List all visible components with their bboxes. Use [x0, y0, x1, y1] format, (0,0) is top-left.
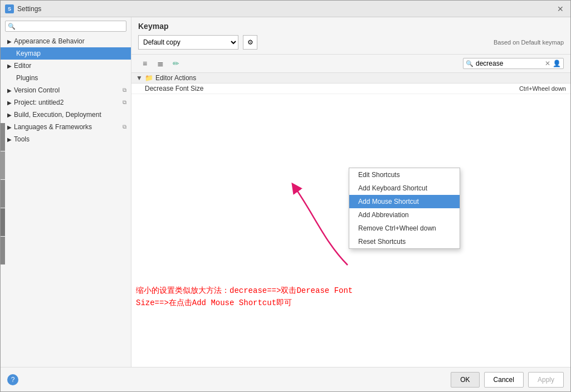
gear-icon: ⚙: [247, 38, 253, 46]
sidebar-item-label: Keymap: [16, 50, 41, 57]
sidebar: 🔍 ▶ Appearance & Behavior Keymap ▶ Edito…: [1, 17, 131, 367]
copy-icon: ⧉: [123, 87, 126, 94]
table-group-row: ▼ 📁 Editor Actions: [131, 73, 570, 84]
title-bar: S Settings ✕: [1, 1, 570, 17]
search-input[interactable]: [476, 60, 543, 67]
search-icon: 🔍: [8, 23, 16, 30]
sidebar-item-plugins[interactable]: Plugins: [1, 72, 131, 84]
sidebar-search-input[interactable]: [16, 22, 124, 30]
context-menu-item-add-mouse-shortcut[interactable]: Add Mouse Shortcut: [349, 195, 460, 208]
sidebar-item-label: Build, Execution, Deployment: [14, 111, 101, 119]
sidebar-item-project[interactable]: ▶ Project: untitled2 ⧉: [1, 96, 131, 109]
shortcut-badge: Ctrl+Wheel down: [519, 85, 566, 92]
collapse-all-button[interactable]: ≣: [154, 57, 167, 70]
collapse-all-icon: ≣: [157, 59, 164, 68]
keymap-toolbar: Default copy ⚙ Based on Default keymap: [138, 35, 564, 50]
search-icon: 🔍: [466, 60, 474, 67]
search-options-icon[interactable]: 👤: [553, 60, 561, 67]
close-button[interactable]: ✕: [555, 3, 566, 14]
gear-button[interactable]: ⚙: [243, 35, 257, 50]
clear-search-button[interactable]: ✕: [545, 60, 550, 67]
ok-label: OK: [460, 376, 470, 384]
app-icon: S: [5, 4, 14, 13]
left-tabs: [1, 123, 5, 264]
sidebar-item-label: Project: untitled2: [14, 99, 64, 106]
sidebar-item-appearance-behavior[interactable]: ▶ Appearance & Behavior: [1, 35, 131, 47]
left-tab: [1, 180, 5, 208]
context-menu-item-reset-shortcuts[interactable]: Reset Shortcuts: [349, 235, 460, 248]
help-button[interactable]: ?: [7, 374, 18, 385]
action-toolbar: ≡ ≣ ✏ 🔍 ✕ 👤: [131, 55, 570, 73]
edit-button[interactable]: ✏: [169, 57, 183, 70]
main-panel: Keymap Default copy ⚙ Based on Default k…: [131, 17, 570, 367]
question-mark-icon: ?: [11, 376, 15, 384]
cancel-button[interactable]: Cancel: [484, 372, 524, 388]
context-menu-item-add-keyboard-shortcut[interactable]: Add Keyboard Shortcut: [349, 182, 460, 195]
context-menu-item-edit-shortcuts[interactable]: Edit Shortcuts: [349, 168, 460, 182]
copy-icon: ⧉: [123, 99, 126, 106]
sidebar-item-label: Languages & Frameworks: [14, 123, 92, 131]
main-content: 🔍 ▶ Appearance & Behavior Keymap ▶ Edito…: [1, 17, 570, 367]
chevron-right-icon: ▶: [7, 112, 12, 118]
left-tab: [1, 208, 5, 236]
bottom-bar: ? OK Cancel Apply: [1, 367, 570, 391]
context-menu-item-remove-shortcut[interactable]: Remove Ctrl+Wheel down: [349, 222, 460, 235]
keymap-dropdown[interactable]: Default copy: [138, 35, 238, 50]
sidebar-item-keymap[interactable]: Keymap: [1, 47, 131, 60]
sidebar-item-label: Appearance & Behavior: [14, 37, 85, 45]
collapse-icon: ▼: [136, 74, 143, 82]
sidebar-item-version-control[interactable]: ▶ Version Control ⧉: [1, 84, 131, 96]
chevron-right-icon: ▶: [7, 124, 12, 130]
apply-label: Apply: [538, 376, 554, 384]
settings-window: S Settings ✕ 🔍 ▶ Appearance & Behavior K…: [0, 0, 571, 392]
menu-item-label: Reset Shortcuts: [358, 238, 406, 246]
sidebar-item-editor[interactable]: ▶ Editor: [1, 60, 131, 72]
left-tab: [1, 237, 5, 264]
pencil-icon: ✏: [173, 59, 179, 68]
group-label: Editor Actions: [155, 74, 196, 82]
chevron-right-icon: ▶: [7, 87, 12, 94]
action-name: Decrease Font Size: [145, 85, 519, 92]
sidebar-item-tools[interactable]: ▶ Tools: [1, 133, 131, 145]
menu-item-label: Edit Shortcuts: [358, 171, 400, 179]
annotation-arrow: [270, 159, 359, 271]
sidebar-item-label: Version Control: [14, 86, 60, 94]
expand-all-icon: ≡: [143, 59, 147, 68]
table-row[interactable]: Decrease Font Size Ctrl+Wheel down: [131, 84, 570, 94]
keymap-header: Keymap Default copy ⚙ Based on Default k…: [131, 17, 570, 55]
ok-button[interactable]: OK: [451, 372, 479, 388]
chevron-right-icon: ▶: [7, 136, 12, 143]
menu-item-label: Add Mouse Shortcut: [358, 198, 419, 205]
sidebar-item-build-execution[interactable]: ▶ Build, Execution, Deployment: [1, 109, 131, 121]
copy-icon: ⧉: [123, 124, 126, 130]
annotation-text: 缩小的设置类似放大方法：decrease==>双击Derease Font Si…: [136, 285, 353, 310]
left-tab: [1, 151, 5, 179]
sidebar-item-languages-frameworks[interactable]: ▶ Languages & Frameworks ⧉: [1, 121, 131, 133]
context-menu: Edit Shortcuts Add Keyboard Shortcut Add…: [349, 168, 460, 249]
apply-button[interactable]: Apply: [528, 372, 564, 388]
based-on-label: Based on Default keymap: [494, 39, 564, 46]
context-menu-item-add-abbreviation[interactable]: Add Abbreviation: [349, 208, 460, 222]
sidebar-item-label: Editor: [14, 62, 31, 70]
chevron-right-icon: ▶: [7, 63, 12, 69]
search-box: 🔍 ✕ 👤: [463, 58, 564, 69]
folder-icon: 📁: [145, 74, 153, 82]
menu-item-label: Add Abbreviation: [358, 211, 409, 219]
keymap-table: ▼ 📁 Editor Actions Decrease Font Size Ct…: [131, 73, 570, 367]
page-title: Keymap: [138, 22, 564, 31]
chevron-right-icon: ▶: [7, 100, 12, 106]
chevron-right-icon: ▶: [7, 38, 12, 45]
menu-item-label: Add Keyboard Shortcut: [358, 184, 427, 192]
sidebar-item-label: Plugins: [16, 74, 38, 82]
expand-all-button[interactable]: ≡: [138, 57, 152, 70]
left-tab: [1, 123, 5, 151]
sidebar-item-label: Tools: [14, 135, 30, 143]
sidebar-search-box[interactable]: 🔍: [5, 21, 126, 32]
cancel-label: Cancel: [494, 376, 514, 384]
menu-item-label: Remove Ctrl+Wheel down: [358, 224, 436, 232]
window-title: Settings: [17, 5, 555, 13]
